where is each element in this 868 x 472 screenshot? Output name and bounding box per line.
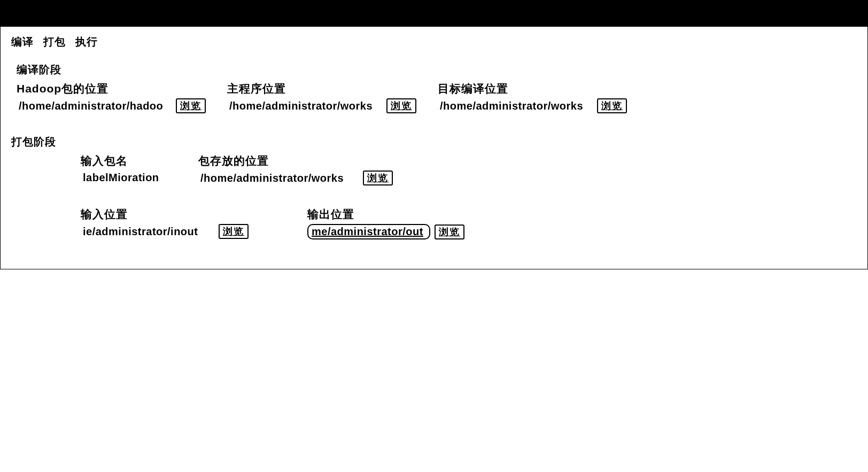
input-location-group: 输入位置 浏览 [81,207,249,239]
input-location-browse-button[interactable]: 浏览 [219,224,249,239]
package-name-label: 输入包名 [81,153,177,168]
main-program-browse-button[interactable]: 浏览 [386,98,416,113]
tab-package[interactable]: 打包 [43,35,66,49]
main-program-input[interactable] [227,99,382,113]
package-name-group: 输入包名 [81,153,177,185]
target-compile-label: 目标编译位置 [438,81,627,96]
compile-title: 编译阶段 [17,63,857,77]
hadoop-location-label: Hadoop包的位置 [17,81,206,96]
package-location-browse-button[interactable]: 浏览 [363,171,393,185]
tab-compile[interactable]: 编译 [11,35,34,49]
target-compile-group: 目标编译位置 浏览 [438,81,627,113]
run-section: 输入位置 浏览 输出位置 浏览 [11,207,857,239]
input-location-label: 输入位置 [81,207,249,222]
output-location-group: 输出位置 浏览 [307,207,464,239]
target-compile-browse-button[interactable]: 浏览 [597,98,627,113]
package-section: 打包阶段 输入包名 包存放的位置 浏览 [11,135,857,185]
output-location-label: 输出位置 [307,207,464,222]
output-location-input[interactable] [307,224,430,239]
hadoop-browse-button[interactable]: 浏览 [176,98,206,113]
main-content: 编译 打包 执行 编译阶段 Hadoop包的位置 浏览 主程序位置 浏览 目标 [0,27,868,269]
compile-section: 编译阶段 Hadoop包的位置 浏览 主程序位置 浏览 目标编译位置 [11,63,857,113]
input-location-input[interactable] [81,225,214,239]
output-location-browse-button[interactable]: 浏览 [435,225,464,239]
package-location-group: 包存放的位置 浏览 [198,153,393,185]
package-name-input[interactable] [81,171,177,185]
hadoop-location-group: Hadoop包的位置 浏览 [17,81,206,113]
main-program-label: 主程序位置 [227,81,416,96]
hadoop-location-input[interactable] [17,99,172,113]
tab-execute[interactable]: 执行 [75,35,98,49]
main-program-group: 主程序位置 浏览 [227,81,416,113]
package-location-label: 包存放的位置 [198,153,393,168]
window-title-bar [0,0,868,27]
target-compile-input[interactable] [438,99,593,113]
package-title: 打包阶段 [11,135,857,149]
package-location-input[interactable] [198,171,359,185]
tab-row: 编译 打包 执行 [11,35,857,49]
